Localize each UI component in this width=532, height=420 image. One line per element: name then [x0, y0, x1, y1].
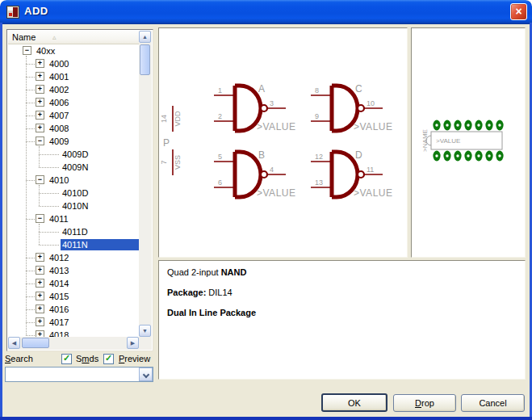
- tree-item-40xx[interactable]: −40xx: [8, 44, 139, 57]
- tree-item-4000[interactable]: +4000: [8, 57, 139, 70]
- tree-item-4002[interactable]: +4002: [8, 83, 139, 96]
- tree-item-label: 4015: [48, 291, 70, 302]
- tree-item-4009N[interactable]: 4009N: [8, 161, 139, 174]
- tree-item-4001[interactable]: +4001: [8, 70, 139, 83]
- preview-checkbox[interactable]: ✓: [103, 354, 114, 364]
- tree-item-4017[interactable]: +4017: [8, 316, 139, 329]
- tree-item-label: 4008: [48, 123, 70, 134]
- expand-toggle-icon[interactable]: +: [36, 279, 44, 288]
- tree-item-4008[interactable]: +4008: [8, 122, 139, 135]
- search-combobox[interactable]: [5, 367, 153, 382]
- collapse-toggle-icon[interactable]: −: [36, 214, 44, 223]
- tree-item-4010N[interactable]: 4010N: [8, 200, 139, 212]
- expand-toggle-icon[interactable]: +: [36, 59, 44, 68]
- drop-button[interactable]: Drop: [393, 394, 456, 412]
- cancel-button[interactable]: Cancel: [461, 394, 525, 412]
- tree-item-4016[interactable]: +4016: [8, 303, 139, 316]
- scroll-down-button[interactable]: ▼: [139, 325, 151, 337]
- ok-button[interactable]: OK: [321, 393, 387, 412]
- vertical-scroll-thumb[interactable]: [140, 44, 150, 75]
- arrow-left-icon: ◀: [12, 340, 16, 346]
- expand-toggle-icon[interactable]: +: [36, 124, 44, 132]
- expand-toggle-icon[interactable]: +: [36, 98, 44, 107]
- close-button[interactable]: ×: [510, 3, 527, 20]
- svg-text:5: 5: [218, 153, 222, 161]
- tree-item-label: 4009: [48, 136, 70, 147]
- tree-item-4018[interactable]: +4018: [8, 329, 139, 337]
- tree-horizontal-scrollbar[interactable]: ◀ ▶: [8, 337, 139, 350]
- tree-branch-line: [26, 128, 35, 129]
- tree-item-label: 4013: [48, 265, 70, 276]
- collapse-toggle-icon[interactable]: −: [23, 46, 31, 55]
- description-panel: Quad 2-input NAND Package: DIL14 Dual In…: [158, 260, 526, 380]
- tree-item-4011[interactable]: −4011: [8, 212, 139, 225]
- tree-item-4014[interactable]: +4014: [8, 277, 139, 290]
- expand-toggle-icon[interactable]: +: [36, 253, 44, 262]
- tree-branch-line: [26, 322, 35, 323]
- tree-item-4007[interactable]: +4007: [8, 109, 139, 122]
- svg-text:>VALUE: >VALUE: [354, 187, 392, 199]
- close-icon: ×: [515, 5, 522, 18]
- checkmark-icon: ✓: [63, 353, 70, 363]
- smds-label[interactable]: Smds: [76, 354, 98, 363]
- combo-dropdown-button[interactable]: [139, 368, 153, 381]
- tree-item-4015[interactable]: +4015: [8, 290, 139, 303]
- app-icon-detail: [9, 13, 12, 16]
- tree-item-label: 4006: [48, 97, 70, 108]
- nand-gate-A: 123A>VALUE: [214, 83, 295, 132]
- svg-text:4: 4: [270, 166, 274, 174]
- tree-branch-line: [26, 309, 35, 310]
- svg-text:3: 3: [270, 99, 274, 107]
- svg-text:11: 11: [367, 166, 374, 174]
- tree-branch-line: [26, 296, 35, 297]
- svg-text:9: 9: [315, 112, 319, 120]
- tree-item-4009[interactable]: −4009: [8, 135, 139, 148]
- smds-checkbox[interactable]: ✓: [61, 354, 72, 364]
- scroll-left-button[interactable]: ◀: [8, 337, 20, 349]
- tree-vertical-scrollbar[interactable]: ▲ ▼: [139, 31, 152, 337]
- svg-text:>VALUE: >VALUE: [436, 137, 460, 145]
- dialog-border: [0, 23, 2, 420]
- expand-toggle-icon[interactable]: +: [36, 72, 44, 81]
- tree-column-header-name[interactable]: Name ▵: [8, 31, 139, 44]
- arrow-right-icon: ▶: [131, 340, 135, 346]
- tree-branch-line: [26, 64, 35, 65]
- svg-text:7: 7: [160, 160, 168, 164]
- svg-text:D: D: [355, 149, 362, 161]
- expand-toggle-icon[interactable]: +: [36, 304, 44, 313]
- collapse-toggle-icon[interactable]: −: [36, 175, 44, 184]
- search-input[interactable]: [6, 368, 138, 380]
- tree-item-label: 4011: [48, 213, 70, 225]
- expand-toggle-icon[interactable]: +: [36, 292, 44, 300]
- package-preview-panel: >NAME>VALUE: [411, 27, 526, 258]
- chevron-down-icon: [143, 372, 149, 378]
- horizontal-scroll-thumb[interactable]: [22, 338, 49, 348]
- tree-rows: −40xx+4000+4001+4002+4006+4007+4008−4009…: [8, 44, 139, 337]
- svg-text:P: P: [163, 137, 170, 149]
- tree-item-label: 4017: [48, 317, 70, 328]
- dil14-footprint: >NAME>VALUE: [421, 120, 504, 162]
- expand-toggle-icon[interactable]: +: [36, 111, 44, 120]
- expand-toggle-icon[interactable]: +: [36, 85, 44, 94]
- tree-item-4012[interactable]: +4012: [8, 251, 139, 264]
- preview-label[interactable]: Preview: [119, 354, 150, 363]
- tree-item-label: 4016: [48, 304, 70, 315]
- tree-item-4013[interactable]: +4013: [8, 264, 139, 277]
- scroll-up-button[interactable]: ▲: [139, 31, 151, 43]
- scroll-right-button[interactable]: ▶: [127, 337, 139, 349]
- tree-item-4010D[interactable]: 4010D: [8, 187, 139, 200]
- tree-branch-line: [26, 141, 35, 142]
- expand-toggle-icon[interactable]: +: [36, 330, 44, 337]
- tree-item-4010[interactable]: −4010: [8, 174, 139, 187]
- expand-toggle-icon[interactable]: +: [36, 317, 44, 326]
- collapse-toggle-icon[interactable]: −: [36, 136, 44, 145]
- tree-item-4011N[interactable]: 4011N: [8, 238, 139, 251]
- tree-item-4011D[interactable]: 4011D: [8, 225, 139, 238]
- expand-toggle-icon[interactable]: +: [36, 266, 44, 275]
- titlebar[interactable]: ADD ×: [0, 0, 532, 24]
- arrow-down-icon: ▼: [142, 328, 148, 334]
- tree-item-4006[interactable]: +4006: [8, 96, 139, 109]
- tree-branch-line: [26, 335, 35, 336]
- svg-text:2: 2: [218, 112, 222, 120]
- tree-item-4009D[interactable]: 4009D: [8, 148, 139, 161]
